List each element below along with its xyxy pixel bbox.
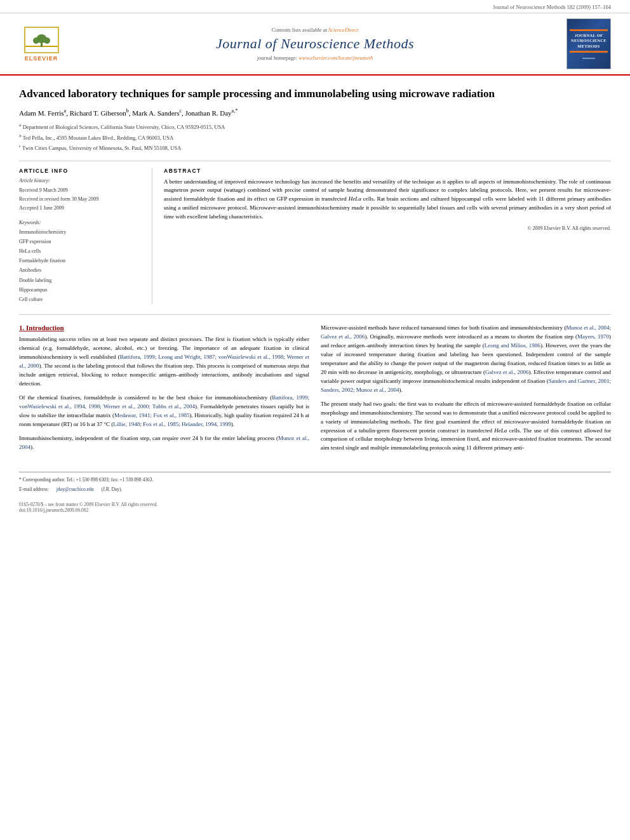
keyword-8: Cell culture (19, 295, 143, 304)
author-ferris: Adam M. Ferrisa (19, 109, 66, 117)
journal-reference: Journal of Neuroscience Methods 182 (200… (493, 4, 611, 10)
svg-point-3 (33, 37, 39, 44)
footnote-star-line: * Corresponding author. Tel.: +1 530 898… (19, 476, 611, 484)
keywords-list: Immunohistochemistry GFP expression HeLa… (19, 227, 143, 305)
ref-munoz-galvez: Munoz et al., 2004; Galvez et al., 2006 (321, 324, 611, 340)
sciencedirect-link[interactable]: ScienceDirect (328, 27, 358, 33)
article-info-column: ARTICLE INFO Article history: Received 9… (19, 168, 152, 305)
keyword-1: Immunohistochemistry (19, 227, 143, 237)
ref-sanders-gartner: Sanders and Gartner, 2001; Sanders, 2002… (321, 378, 611, 393)
ref-munoz-1: Munoz et al., 2004 (19, 435, 309, 450)
body-right-column: Microwave-assisted methods have reduced … (321, 324, 611, 458)
right-para-1: Microwave-assisted methods have reduced … (321, 324, 611, 395)
ref-galvez-2: Galvez et al., 2006 (485, 369, 528, 375)
abstract-text: A better understanding of improved micro… (164, 178, 611, 222)
revised-date: Received in revised form 30 May 2009 (19, 195, 143, 204)
author-day: Jonathan R. Daya,* (185, 109, 238, 117)
affiliation-c: c Twin Cities Campus, University of Minn… (19, 143, 611, 152)
intro-heading: 1. Introduction (19, 324, 309, 331)
right-para-2: The present study had two goals: the fir… (321, 400, 611, 453)
body-left-column: 1. Introduction Immunolabeling success r… (19, 324, 309, 458)
cover-bar-middle (570, 51, 608, 53)
ref-leong-milios: Leong and Milios, 1986 (485, 342, 540, 349)
keyword-2: GFP expression (19, 237, 143, 246)
elsevier-label: ELSEVIER (25, 55, 58, 62)
cover-title: JOURNAL OFNEUROSCIENCEMETHODS (571, 33, 607, 49)
issn-line: 0165-0270/$ – see front matter © 2009 El… (19, 502, 611, 507)
author-giberson: Richard T. Gibersonb (70, 109, 129, 117)
page: Journal of Neuroscience Methods 182 (200… (0, 0, 630, 840)
keyword-6: Double labeling (19, 276, 143, 285)
cover-decoration: ━━━━━ (582, 56, 595, 60)
copyright-notice: © 2009 Elsevier B.V. All rights reserved… (164, 225, 611, 231)
top-reference: Journal of Neuroscience Methods 182 (200… (0, 0, 630, 13)
affiliation-a: a Department of Biological Sciences, Cal… (19, 122, 611, 131)
intro-para-1: Immunolabeling success relies on at leas… (19, 335, 309, 389)
homepage-link[interactable]: www.elsevier.com/locate/jneumeth (298, 55, 373, 61)
ref-battifora-1: Battifora, 1999; Leong and Wright, 1987;… (19, 354, 309, 369)
main-content: Advanced laboratory techniques for sampl… (0, 76, 630, 465)
keyword-5: Antibodies (19, 265, 143, 275)
author-sanders: Mark A. Sandersc (132, 109, 182, 117)
ref-medawar: Medawar, 1941; Fox et al., 1985 (114, 412, 189, 418)
abstract-label: ABSTRACT (164, 168, 611, 174)
received-date: Received 9 March 2009 (19, 186, 143, 195)
footer-notes: * Corresponding author. Tel.: +1 530 898… (0, 472, 630, 499)
ref-battifora-2: Battifora, 1999; vonWasielewski et al., … (19, 394, 309, 410)
journal-cover-area: JOURNAL OFNEUROSCIENCEMETHODS ━━━━━ (560, 18, 617, 69)
journal-title: Journal of Neuroscience Methods (76, 36, 554, 52)
article-dates: Received 9 March 2009 Received in revise… (19, 186, 143, 213)
article-info-label: ARTICLE INFO (19, 168, 143, 174)
journal-cover-image: JOURNAL OFNEUROSCIENCEMETHODS ━━━━━ (566, 18, 611, 69)
sciencedirect-line: Contents lists available at ScienceDirec… (76, 27, 554, 33)
info-abstract-section: ARTICLE INFO Article history: Received 9… (19, 161, 611, 305)
footnote-email-line: E-mail address: jday@csuchico.edu (J.R. … (19, 486, 611, 494)
doi-line: doi:10.1016/j.jneumeth.2009.06.002 (19, 507, 611, 513)
abstract-column: ABSTRACT A better understanding of impro… (164, 168, 611, 305)
ref-mayers: Mayers, 1970 (577, 333, 609, 340)
body-section: 1. Introduction Immunolabeling success r… (19, 314, 611, 458)
footer-bottom: 0165-0270/$ – see front matter © 2009 El… (0, 499, 630, 518)
intro-para-2: Of the chemical fixatives, formaldehyde … (19, 394, 309, 429)
elsevier-logo-area: ELSEVIER (13, 27, 70, 62)
article-title: Advanced laboratory techniques for sampl… (19, 87, 611, 101)
journal-header: ELSEVIER Contents lists available at Sci… (0, 13, 630, 76)
affiliation-b: b Ted Pella, Inc., 4595 Moutain Lakes Bl… (19, 133, 611, 142)
keyword-4: Formaldehyde fixation (19, 256, 143, 265)
keyword-7: Hippocampus (19, 285, 143, 295)
email-suffix: (J.R. Day). (101, 486, 122, 494)
keywords-label: Keywords: (19, 220, 143, 225)
article-history-label: Article history: (19, 178, 143, 183)
intro-para-3: Immunohistochemistry, independent of the… (19, 434, 309, 452)
svg-point-4 (44, 37, 50, 44)
journal-homepage: journal homepage: www.elsevier.com/locat… (76, 55, 554, 61)
ref-lillie: Lillie, 1948; Fox et al., 1985; Helander… (113, 421, 231, 427)
email-address[interactable]: jday@csuchico.edu (57, 486, 94, 494)
authors-line: Adam M. Ferrisa, Richard T. Gibersonb, M… (19, 107, 611, 118)
cover-bar-top (570, 29, 608, 31)
keyword-3: HeLa cells (19, 246, 143, 256)
elsevier-tree-icon (24, 27, 59, 55)
email-label: E-mail address: (19, 486, 49, 494)
affiliations: a Department of Biological Sciences, Cal… (19, 122, 611, 152)
footnote-star-text: * Corresponding author. Tel.: +1 530 898… (19, 476, 153, 484)
accepted-date: Accepted 1 June 2009 (19, 204, 143, 213)
journal-title-area: Contents lists available at ScienceDirec… (76, 27, 554, 61)
